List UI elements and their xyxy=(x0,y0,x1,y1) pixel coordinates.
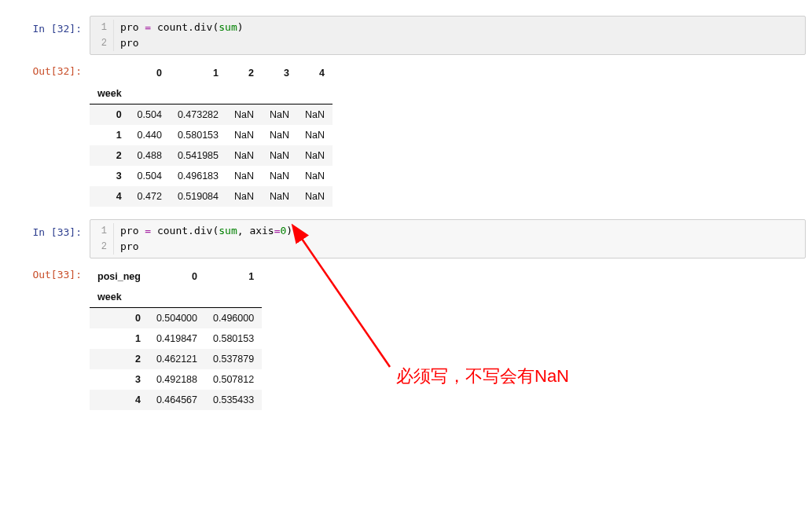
row-index: 4 xyxy=(90,390,149,410)
code-line-1: pro = count.div(sum) xyxy=(114,20,244,35)
table-row: 40.4720.519084NaNNaNNaN xyxy=(90,186,333,207)
line-number: 2 xyxy=(90,35,114,51)
cell-value: 0.580153 xyxy=(170,125,226,145)
annotation-text: 必须写，不写会有NaN xyxy=(396,365,569,388)
cell-value: NaN xyxy=(226,145,262,166)
cell-value: 0.504 xyxy=(130,104,170,126)
row-index: 1 xyxy=(90,125,130,145)
table-row: 00.5040.473282NaNNaNNaN xyxy=(90,104,333,126)
line-number: 2 xyxy=(90,239,114,255)
cell-value: 0.507812 xyxy=(205,369,262,390)
cell-value: NaN xyxy=(297,104,333,126)
row-index: 1 xyxy=(90,328,149,349)
cell-value: 0.440 xyxy=(130,125,170,145)
row-index: 2 xyxy=(90,145,130,166)
cell-value: 0.519084 xyxy=(170,186,226,207)
cell-value: NaN xyxy=(297,186,333,207)
index-name: week xyxy=(90,83,130,104)
table-row: 40.4645670.535433 xyxy=(90,390,262,410)
dataframe-33: posi_neg 0 1 week 00.5040000.49600010.41… xyxy=(90,266,262,410)
cell-33-output: Out[33]: posi_neg 0 1 week 00.5040000.49… xyxy=(6,262,806,420)
cell-value: NaN xyxy=(226,166,262,186)
code-editor-32[interactable]: 1 pro = count.div(sum) 2 pro xyxy=(90,16,806,55)
cell-value: 0.535433 xyxy=(205,390,262,410)
cell-value: 0.419847 xyxy=(149,328,205,349)
col-header: 0 xyxy=(149,266,205,287)
cell-32-input: In [32]: 1 pro = count.div(sum) 2 pro xyxy=(6,16,806,55)
notebook: In [32]: 1 pro = count.div(sum) 2 pro Ou… xyxy=(0,0,812,438)
cell-value: NaN xyxy=(226,186,262,207)
cell-32-output: Out[32]: 0 1 2 3 4 week xyxy=(6,58,806,216)
row-index: 2 xyxy=(90,349,149,369)
cell-value: 0.473282 xyxy=(170,104,226,126)
output-prompt-32: Out[32]: xyxy=(6,58,90,216)
cell-value: 0.472 xyxy=(130,186,170,207)
cell-value: 0.580153 xyxy=(205,328,262,349)
cell-value: NaN xyxy=(262,166,297,186)
code-editor-33[interactable]: 1 pro = count.div(sum, axis=0) 2 pro xyxy=(90,219,806,258)
col-header: 3 xyxy=(262,63,297,83)
table-row: 10.4198470.580153 xyxy=(90,328,262,349)
columns-name: posi_neg xyxy=(90,266,149,287)
cell-value: NaN xyxy=(297,125,333,145)
table-row: 30.4921880.507812 xyxy=(90,369,262,390)
row-index: 4 xyxy=(90,186,130,207)
cell-value: 0.537879 xyxy=(205,349,262,369)
code-line-2: pro xyxy=(114,35,138,51)
col-header: 1 xyxy=(170,63,226,83)
cell-value: NaN xyxy=(226,125,262,145)
code-line-2: pro xyxy=(114,239,138,255)
cell-value: 0.496000 xyxy=(205,308,262,329)
cell-value: NaN xyxy=(262,145,297,166)
cell-value: NaN xyxy=(262,104,297,126)
table-row: 20.4880.541985NaNNaNNaN xyxy=(90,145,333,166)
cell-33-input: In [33]: 1 pro = count.div(sum, axis=0) … xyxy=(6,219,806,258)
index-name: week xyxy=(90,287,149,308)
cell-value: NaN xyxy=(226,104,262,126)
cell-value: NaN xyxy=(297,166,333,186)
table-row: 30.5040.496183NaNNaNNaN xyxy=(90,166,333,186)
table-row: 00.5040000.496000 xyxy=(90,308,262,329)
row-index: 3 xyxy=(90,166,130,186)
input-prompt-32: In [32]: xyxy=(6,16,90,55)
dataframe-32: 0 1 2 3 4 week 00.5040.473282NaNNaNNaN10… xyxy=(90,63,333,207)
cell-value: 0.496183 xyxy=(170,166,226,186)
cell-value: 0.492188 xyxy=(149,369,205,390)
cell-value: 0.504000 xyxy=(149,308,205,329)
line-number: 1 xyxy=(90,223,114,239)
code-line-1: pro = count.div(sum, axis=0) xyxy=(114,223,292,239)
cell-value: NaN xyxy=(262,125,297,145)
cell-value: 0.541985 xyxy=(170,145,226,166)
cell-value: NaN xyxy=(262,186,297,207)
col-header: 4 xyxy=(297,63,333,83)
cell-value: NaN xyxy=(297,145,333,166)
output-prompt-33: Out[33]: xyxy=(6,262,90,420)
row-index: 0 xyxy=(90,104,130,126)
cell-value: 0.462121 xyxy=(149,349,205,369)
row-index: 0 xyxy=(90,308,149,329)
input-prompt-33: In [33]: xyxy=(6,219,90,258)
col-header: 0 xyxy=(130,63,170,83)
table-row: 20.4621210.537879 xyxy=(90,349,262,369)
cell-value: 0.504 xyxy=(130,166,170,186)
cell-value: 0.488 xyxy=(130,145,170,166)
table-row: 10.4400.580153NaNNaNNaN xyxy=(90,125,333,145)
cell-value: 0.464567 xyxy=(149,390,205,410)
col-header: 1 xyxy=(205,266,262,287)
line-number: 1 xyxy=(90,20,114,35)
col-header: 2 xyxy=(226,63,262,83)
row-index: 3 xyxy=(90,369,149,390)
